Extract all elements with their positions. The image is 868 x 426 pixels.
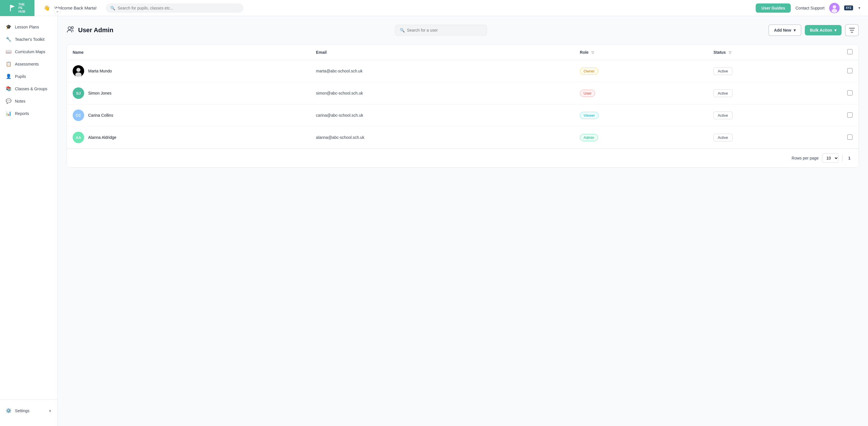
logo-text: THEPEHUB (9, 3, 25, 13)
sidebar-item-classes-groups-label: Classes & Groups (15, 87, 48, 91)
top-navigation: THEPEHUB « 👋 Welcome Back Marta! 🔍 User … (0, 0, 868, 16)
add-new-button[interactable]: Add New ▾ (768, 24, 801, 36)
global-search[interactable]: 🔍 (106, 3, 244, 12)
role-badge-1: Owner (580, 67, 598, 75)
reports-icon: 📊 (6, 111, 11, 116)
status-badge-1: Active (713, 67, 732, 75)
contact-support-link[interactable]: Contact Support (795, 6, 824, 10)
welcome-message: Welcome Back Marta! (55, 5, 96, 10)
svg-rect-7 (849, 28, 855, 28)
add-new-label: Add New (774, 28, 791, 32)
sidebar-item-assessments-label: Assessments (15, 62, 39, 66)
row-checkbox-1[interactable] (847, 68, 852, 73)
svg-rect-9 (851, 32, 853, 32)
user-menu-chevron[interactable]: ▼ (858, 6, 861, 10)
svg-marker-1 (11, 5, 15, 8)
sidebar-item-curriculum-maps[interactable]: 📖 Curriculum Maps (0, 46, 57, 58)
role-badge-4: Admin (580, 134, 598, 141)
user-search-input[interactable] (407, 28, 482, 32)
table-row[interactable]: CC Carina Collins carina@abc-school.sch.… (67, 104, 859, 126)
users-table: Name Email Role ▽ Status ▽ (67, 45, 859, 149)
rows-per-page-select[interactable]: 10 25 50 (822, 153, 839, 163)
user-guides-button[interactable]: User Guides (756, 3, 791, 12)
app-body: 🎓 Lesson Plans 🔧 Teacher's Toolkit 📖 Cur… (0, 16, 868, 426)
table-row[interactable]: AA Alanna Aldridge alanna@abc-school.sch… (67, 126, 859, 149)
sidebar-item-lesson-plans-label: Lesson Plans (15, 25, 39, 29)
rows-per-page-label: Rows per page (792, 156, 818, 161)
bulk-action-button[interactable]: Bulk Action ▾ (805, 25, 842, 35)
sidebar-item-pupils-label: Pupils (15, 74, 26, 79)
bulk-action-chevron: ▾ (834, 28, 836, 32)
sidebar-item-teachers-toolkit[interactable]: 🔧 Teacher's Toolkit (0, 33, 57, 46)
svg-point-5 (68, 27, 71, 30)
row-checkbox-2[interactable] (847, 90, 852, 95)
page-header: User Admin 🔍 Add New ▾ Bulk Action ▾ (67, 24, 859, 36)
sidebar-item-reports[interactable]: 📊 Reports (0, 107, 57, 120)
nav-right: User Guides Contact Support XYZ ▼ (756, 3, 861, 13)
sidebar-item-settings[interactable]: ⚙️ Settings ∧ (0, 404, 57, 417)
row-checkbox-3[interactable] (847, 112, 852, 118)
user-avatar[interactable] (829, 3, 840, 13)
cell-name-4: AA Alanna Aldridge (67, 126, 310, 149)
classes-groups-icon: 📚 (6, 86, 11, 91)
sidebar: 🎓 Lesson Plans 🔧 Teacher's Toolkit 📖 Cur… (0, 16, 57, 426)
cell-checkbox-4 (841, 126, 859, 149)
teachers-toolkit-icon: 🔧 (6, 36, 11, 42)
user-avatar-2: SJ (73, 87, 84, 99)
svg-point-11 (76, 68, 81, 72)
filter-button[interactable] (845, 24, 859, 36)
cell-role-3: Viewer (574, 104, 708, 126)
status-badge-3: Active (713, 112, 732, 119)
user-avatar-1 (73, 65, 84, 77)
sidebar-item-teachers-toolkit-label: Teacher's Toolkit (15, 37, 44, 42)
logo[interactable]: THEPEHUB (0, 0, 34, 16)
header-actions: Add New ▾ Bulk Action ▾ (768, 24, 859, 36)
global-search-icon: 🔍 (110, 6, 115, 10)
users-table-container: Name Email Role ▽ Status ▽ (67, 44, 859, 168)
page-title: User Admin (78, 26, 114, 34)
assessments-icon: 📋 (6, 61, 11, 67)
user-name-1: Marta Mundo (88, 69, 112, 73)
cell-name-1: Marta Mundo (67, 60, 310, 82)
cell-checkbox-3 (841, 104, 859, 126)
table-row[interactable]: SJ Simon Jones simon@abc-school.sch.uk U… (67, 82, 859, 104)
user-search[interactable]: 🔍 (395, 25, 487, 36)
pupils-icon: 👤 (6, 74, 11, 79)
sidebar-item-assessments[interactable]: 📋 Assessments (0, 58, 57, 70)
status-filter-icon[interactable]: ▽ (729, 51, 731, 55)
cell-status-1: Active (708, 60, 841, 82)
col-email: Email (310, 45, 574, 60)
main-content: User Admin 🔍 Add New ▾ Bulk Action ▾ (57, 16, 868, 426)
status-badge-4: Active (713, 134, 732, 141)
role-badge-3: Viewer (580, 112, 599, 119)
settings-icon: ⚙️ (6, 408, 11, 414)
cell-role-2: User (574, 82, 708, 104)
sidebar-item-lesson-plans[interactable]: 🎓 Lesson Plans (0, 21, 57, 33)
row-checkbox-4[interactable] (847, 135, 852, 140)
sidebar-item-pupils[interactable]: 👤 Pupils (0, 70, 57, 83)
user-search-icon: 🔍 (400, 28, 405, 32)
cell-checkbox-2 (841, 82, 859, 104)
role-filter-icon[interactable]: ▽ (591, 51, 594, 55)
svg-rect-8 (850, 30, 854, 30)
table-row[interactable]: Marta Mundo marta@abc-school.sch.uk Owne… (67, 60, 859, 82)
svg-rect-0 (10, 5, 11, 11)
table-header: Name Email Role ▽ Status ▽ (67, 45, 859, 60)
svg-point-6 (71, 27, 73, 29)
cell-email-3: carina@abc-school.sch.uk (310, 104, 574, 126)
sidebar-item-notes[interactable]: 💬 Notes (0, 95, 57, 107)
wave-emoji: 👋 (44, 5, 50, 11)
sidebar-item-classes-groups[interactable]: 📚 Classes & Groups (0, 83, 57, 95)
sidebar-item-reports-label: Reports (15, 111, 29, 116)
cell-email-1: marta@abc-school.sch.uk (310, 60, 574, 82)
user-avatar-4: AA (73, 132, 84, 143)
cell-name-3: CC Carina Collins (67, 104, 310, 126)
role-badge-2: User (580, 90, 595, 97)
user-avatar-3: CC (73, 110, 84, 121)
select-all-checkbox[interactable] (847, 49, 852, 54)
cell-checkbox-1 (841, 60, 859, 82)
table-body: Marta Mundo marta@abc-school.sch.uk Owne… (67, 60, 859, 149)
sidebar-collapse-button[interactable]: « (54, 8, 61, 15)
global-search-input[interactable] (118, 6, 239, 10)
col-role-label: Role (580, 50, 589, 55)
